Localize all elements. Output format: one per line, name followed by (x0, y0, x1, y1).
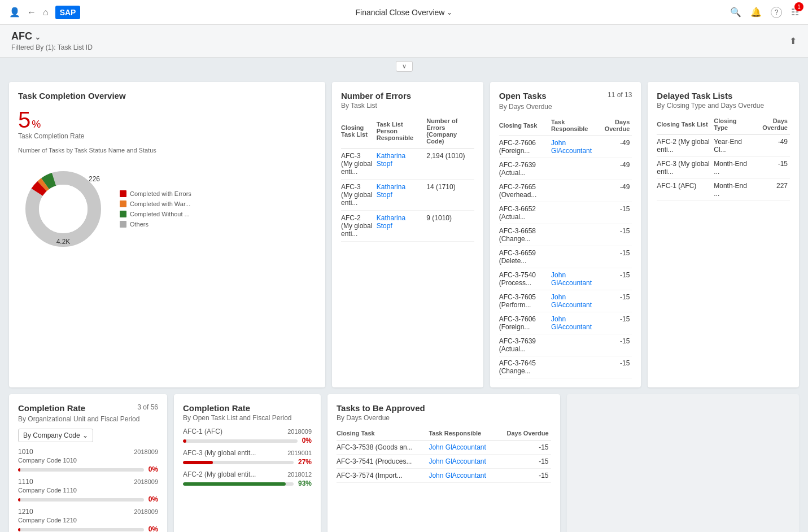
open-task-row[interactable]: AFC-3-7606 (Foreign... John GlAccountant… (499, 312, 632, 334)
ot-responsible[interactable] (551, 224, 599, 246)
comp-org-name: Company Code 1110 (18, 487, 158, 494)
ot-overdue: -15 (599, 246, 632, 268)
back-icon[interactable]: ← (27, 7, 36, 18)
person-link[interactable]: Katharina Stopf (377, 152, 405, 168)
ot-overdue: -15 (599, 356, 632, 378)
comp-open-item: AFC-3 (My global entit... 2019001 27% (183, 449, 312, 466)
errors-cell-task: AFC-3 (My global enti... (341, 180, 377, 211)
responsible-link[interactable]: John GlAccountant (551, 139, 592, 155)
main-content: Task Completion Overview 5 % Task Comple… (0, 75, 808, 532)
ta-overdue: -15 (499, 469, 551, 483)
notification-badge-wrap[interactable]: ☷ 1 (791, 7, 799, 18)
open-task-row[interactable]: AFC-2-7665 (Overhead... -49 (499, 180, 632, 202)
errors-col-2: Number of Errors (Company Code) (426, 115, 474, 149)
comp-rate-org-rows: 1010 2018009 Company Code 1010 0% 1110 2… (18, 448, 158, 532)
open-task-row[interactable]: AFC-3-7540 (Process... John GlAccountant… (499, 268, 632, 290)
task-completion-card: Task Completion Overview 5 % Task Comple… (9, 82, 325, 387)
comp-open-period: 2018009 (287, 428, 312, 435)
comp-open-item-header: AFC-3 (My global entit... 2019001 (183, 449, 312, 457)
entity-section: AFC ⌄ Filtered By (1): Task List ID (11, 30, 93, 51)
bell-icon[interactable]: 🔔 (750, 7, 762, 18)
ot-responsible[interactable] (551, 356, 599, 378)
ot-responsible[interactable]: John GlAccountant (551, 312, 599, 334)
comp-rate-open-card: Completion Rate By Open Task List and Fi… (174, 394, 321, 532)
ot-responsible[interactable] (551, 180, 599, 202)
errors-cell-person[interactable]: Katharina Stopf (377, 149, 427, 180)
errors-row[interactable]: AFC-3 (My global enti... Katharina Stopf… (341, 180, 474, 211)
dt-tasklist: AFC-3 (My global enti... (657, 157, 714, 179)
ta-responsible[interactable]: John GlAccountant (429, 469, 499, 483)
nav-right: 🔍 🔔 ? ☷ 1 (730, 7, 799, 18)
open-task-row[interactable]: AFC-3-6658 (Change... -15 (499, 224, 632, 246)
open-tasks-card: Open Tasks 11 of 13 By Days Overdue Clos… (490, 82, 641, 387)
ot-overdue: -15 (599, 202, 632, 224)
ta-responsible-link[interactable]: John GlAccountant (429, 472, 486, 479)
entity-arrow[interactable]: ⌄ (34, 32, 41, 41)
ot-task: AFC-2-7606 (Foreign... (499, 136, 551, 158)
ta-responsible-link[interactable]: John GlAccountant (429, 443, 486, 451)
comp-org-code: 1010 (18, 448, 33, 456)
notification-count: 1 (794, 2, 803, 11)
open-tasks-count: 11 of 13 (608, 91, 632, 99)
open-task-row[interactable]: AFC-3-7639 (Actual... -15 (499, 334, 632, 356)
comp-open-bar-row: 93% (183, 479, 312, 487)
ot-responsible[interactable] (551, 158, 599, 180)
delayed-row[interactable]: AFC-2 (My global enti... Year-End Cl... … (657, 135, 790, 157)
comp-org-bar-row: 0% (18, 495, 158, 503)
comp-org-period: 2018009 (134, 448, 158, 455)
ot-responsible[interactable]: John GlAccountant (551, 290, 599, 312)
ot-responsible[interactable] (551, 334, 599, 356)
open-task-row[interactable]: AFC-2-7606 (Foreign... John GlAccountant… (499, 136, 632, 158)
ot-overdue: -49 (599, 158, 632, 180)
tasks-approve-row[interactable]: AFC-3-7541 (Produces... John GlAccountan… (337, 455, 551, 469)
errors-cell-count: 14 (1710) (426, 180, 474, 211)
person-link[interactable]: Katharina Stopf (377, 183, 405, 199)
search-icon[interactable]: 🔍 (730, 7, 741, 18)
ot-responsible[interactable] (551, 202, 599, 224)
ta-col-2: Days Overdue (499, 428, 551, 441)
responsible-link[interactable]: John GlAccountant (551, 315, 592, 331)
legend-label-3: Others (130, 221, 149, 228)
ta-responsible[interactable]: John GlAccountant (429, 455, 499, 469)
comp-rate-org-header: Completion Rate 3 of 56 (18, 403, 158, 414)
errors-cell-person[interactable]: Katharina Stopf (377, 211, 427, 242)
errors-row[interactable]: AFC-2 (My global enti... Katharina Stopf… (341, 211, 474, 242)
user-icon[interactable]: 👤 (9, 7, 20, 18)
comp-org-bar-fill (18, 528, 20, 531)
ta-task: AFC-3-7541 (Produces... (337, 455, 429, 469)
ot-overdue: -15 (599, 268, 632, 290)
open-tasks-header: Open Tasks 11 of 13 (499, 91, 632, 102)
number-of-errors-card: Number of Errors By Task List Closing Ta… (332, 82, 483, 387)
open-task-row[interactable]: AFC-3-7645 (Change... -15 (499, 356, 632, 378)
help-icon[interactable]: ? (771, 7, 782, 18)
open-task-row[interactable]: AFC-2-7639 (Actual... -49 (499, 158, 632, 180)
ot-responsible[interactable] (551, 246, 599, 268)
ot-overdue: -15 (599, 290, 632, 312)
entity-title: AFC (11, 30, 32, 42)
ta-responsible[interactable]: John GlAccountant (429, 441, 499, 455)
open-task-row[interactable]: AFC-3-6652 (Actual... -15 (499, 202, 632, 224)
subtitle-left: AFC ⌄ Filtered By (1): Task List ID (11, 30, 93, 51)
delayed-row[interactable]: AFC-3 (My global enti... Month-End ... -… (657, 157, 790, 179)
tasks-approve-row[interactable]: AFC-3-7538 (Goods an... John GlAccountan… (337, 441, 551, 455)
ta-responsible-link[interactable]: John GlAccountant (429, 457, 486, 465)
responsible-link[interactable]: John GlAccountant (551, 293, 592, 309)
responsible-link[interactable]: John GlAccountant (551, 271, 592, 287)
export-icon[interactable]: ⬆ (789, 36, 797, 46)
filter-select-org[interactable]: By Company Code ⌄ (18, 429, 93, 442)
ot-responsible[interactable]: John GlAccountant (551, 136, 599, 158)
collapse-button[interactable]: ∨ (396, 61, 413, 72)
ot-responsible[interactable]: John GlAccountant (551, 268, 599, 290)
open-task-row[interactable]: AFC-3-6659 (Delete... -15 (499, 246, 632, 268)
errors-row[interactable]: AFC-3 (My global enti... Katharina Stopf… (341, 149, 474, 180)
legend-label-0: Completed with Errors (130, 190, 191, 197)
person-link[interactable]: Katharina Stopf (377, 214, 405, 230)
home-icon[interactable]: ⌂ (43, 7, 49, 18)
tasks-approve-row[interactable]: AFC-3-7574 (Import... John GlAccountant … (337, 469, 551, 483)
comp-org-pct: 0% (149, 525, 158, 532)
open-task-row[interactable]: AFC-3-7605 (Perform... John GlAccountant… (499, 290, 632, 312)
errors-cell-person[interactable]: Katharina Stopf (377, 180, 427, 211)
delayed-row[interactable]: AFC-1 (AFC) Month-End ... 227 (657, 179, 790, 201)
ot-col-1: Task Responsible (551, 116, 599, 136)
comp-org-bar (18, 528, 144, 531)
